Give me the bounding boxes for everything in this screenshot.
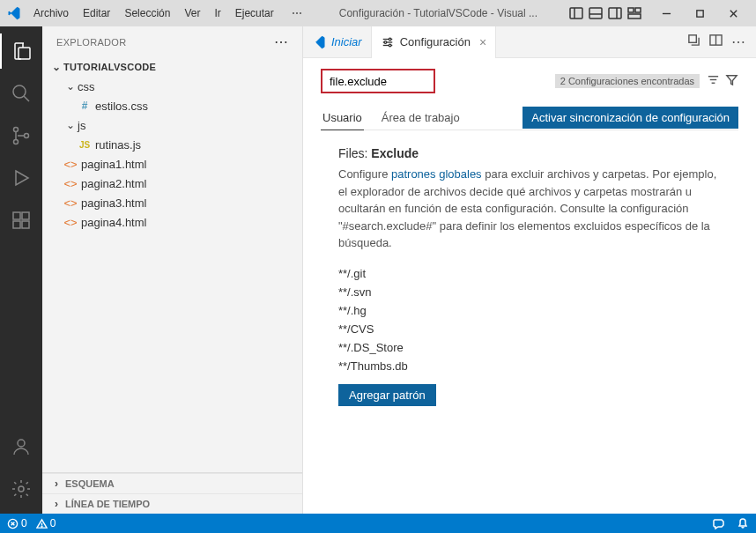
- tab-configuracion[interactable]: Configuración ×: [372, 26, 496, 58]
- svg-point-15: [14, 128, 19, 132]
- scope-workspace[interactable]: Área de trabajo: [380, 106, 462, 130]
- svg-rect-8: [628, 14, 641, 19]
- editor-area: Iniciar Configuración × ⋯ 2 Configuracio…: [303, 26, 756, 514]
- maximize-button[interactable]: [684, 1, 715, 26]
- tree-file-css[interactable]: # estilos.css: [42, 96, 302, 115]
- chevron-right-icon: ›: [49, 477, 63, 490]
- clear-filters-icon[interactable]: [707, 73, 720, 90]
- setting-name: Exclude: [371, 146, 419, 160]
- filter-icon[interactable]: [725, 73, 738, 90]
- status-errors[interactable]: 0: [7, 517, 27, 529]
- more-actions-icon[interactable]: ⋯: [731, 33, 745, 50]
- tab-actions: ⋯: [687, 33, 756, 50]
- status-warnings[interactable]: 0: [36, 517, 56, 529]
- tree-file-label: pagina3.html: [81, 196, 295, 210]
- tree-file-js[interactable]: JS rutinas.js: [42, 135, 302, 154]
- scope-user[interactable]: Usuario: [321, 106, 364, 130]
- pattern-item[interactable]: **/.svn: [338, 283, 738, 301]
- svg-point-29: [389, 44, 391, 47]
- activity-run-debug[interactable]: [0, 160, 42, 196]
- sidebar-more-icon[interactable]: ⋯: [274, 33, 288, 50]
- tree-file-html[interactable]: <> pagina2.html: [42, 174, 302, 193]
- tree-file-label: estilos.css: [95, 100, 295, 113]
- activity-source-control[interactable]: [0, 118, 42, 153]
- menu-overflow-icon[interactable]: ⋯: [286, 5, 308, 21]
- activity-search[interactable]: [0, 76, 42, 111]
- activity-settings[interactable]: [0, 471, 42, 507]
- menu-editar[interactable]: Editar: [78, 5, 115, 21]
- sidebar-title: EXPLORADOR: [56, 37, 274, 48]
- pattern-list: **/.git **/.svn **/.hg **/CVS **/.DS_Sto…: [338, 264, 738, 375]
- svg-rect-10: [696, 10, 702, 16]
- status-feedback[interactable]: [712, 517, 724, 529]
- pattern-item[interactable]: **/.hg: [338, 301, 738, 320]
- svg-line-14: [24, 96, 29, 101]
- pattern-item[interactable]: **/.git: [338, 264, 738, 283]
- status-notifications[interactable]: [737, 517, 749, 529]
- svg-rect-2: [589, 8, 602, 19]
- layout-panel-left-icon[interactable]: [569, 6, 583, 20]
- chevron-down-icon: ⌄: [63, 119, 78, 131]
- tree-file-html[interactable]: <> pagina4.html: [42, 212, 302, 232]
- tree-folder-css[interactable]: ⌄ css: [42, 77, 302, 96]
- tab-label: Configuración: [400, 35, 471, 48]
- svg-rect-4: [609, 8, 621, 19]
- close-button[interactable]: [717, 1, 749, 26]
- setting-description: Configure patrones globales para excluir…: [338, 166, 726, 252]
- svg-rect-20: [13, 221, 20, 228]
- tree-folder-js[interactable]: ⌄ js: [42, 115, 302, 135]
- layout-panel-bottom-icon[interactable]: [589, 6, 603, 20]
- search-filter-icons: [707, 73, 738, 90]
- section-label: ESQUEMA: [65, 478, 115, 489]
- tree-root[interactable]: ⌄ TUTORIALVSCODE: [42, 57, 302, 77]
- settings-body: 2 Configuraciones encontradas Usuario Ár…: [303, 58, 756, 514]
- add-pattern-button[interactable]: Agregar patrón: [338, 384, 436, 406]
- js-file-icon: JS: [78, 140, 92, 150]
- svg-point-27: [389, 38, 391, 41]
- pattern-item[interactable]: **/CVS: [338, 320, 738, 338]
- settings-search-input[interactable]: [321, 69, 435, 93]
- activity-extensions[interactable]: [0, 203, 42, 238]
- status-warning-count: 0: [50, 517, 56, 529]
- html-file-icon: <>: [63, 158, 78, 171]
- activity-explorer[interactable]: [0, 33, 42, 69]
- tree-folder-label: css: [78, 80, 295, 93]
- glob-patterns-link[interactable]: patrones globales: [391, 167, 482, 181]
- svg-rect-21: [22, 221, 29, 228]
- svg-rect-18: [13, 212, 20, 219]
- titlebar: Archivo Editar Selección Ver Ir Ejecutar…: [0, 0, 756, 26]
- layout-customize-icon[interactable]: [627, 6, 641, 20]
- tree-file-label: pagina2.html: [81, 177, 295, 190]
- pattern-item[interactable]: **/Thumbs.db: [338, 357, 738, 375]
- pattern-item[interactable]: **/.DS_Store: [338, 338, 738, 357]
- activity-bar: [0, 26, 42, 514]
- menu-archivo[interactable]: Archivo: [28, 5, 74, 21]
- open-changes-icon[interactable]: [687, 33, 700, 50]
- status-bar: 0 0: [0, 514, 756, 533]
- svg-point-17: [25, 134, 29, 138]
- svg-point-16: [14, 140, 19, 144]
- vscode-icon: [312, 35, 326, 49]
- section-timeline[interactable]: › LÍNEA DE TIEMPO: [42, 493, 302, 514]
- tree-file-html[interactable]: <> pagina3.html: [42, 193, 302, 212]
- split-editor-icon[interactable]: [709, 33, 723, 50]
- layout-panel-right-icon[interactable]: [608, 6, 622, 20]
- minimize-button[interactable]: [650, 1, 682, 26]
- tree-file-html[interactable]: <> pagina1.html: [42, 154, 302, 174]
- activity-account[interactable]: [0, 429, 42, 464]
- tab-iniciar[interactable]: Iniciar: [303, 26, 372, 58]
- menu-ver[interactable]: Ver: [179, 5, 205, 21]
- tabs-row: Iniciar Configuración × ⋯: [303, 26, 756, 58]
- layout-controls: [569, 6, 641, 20]
- svg-rect-7: [635, 8, 641, 12]
- tree-folder-label: js: [78, 119, 295, 132]
- menu-seleccion[interactable]: Selección: [119, 5, 175, 21]
- menu-ir[interactable]: Ir: [209, 5, 226, 21]
- status-error-count: 0: [21, 517, 27, 529]
- svg-point-40: [41, 526, 42, 527]
- close-icon[interactable]: ×: [479, 35, 486, 49]
- sync-settings-button[interactable]: Activar sincronización de configuración: [523, 107, 738, 129]
- settings-scope-row: Usuario Área de trabajo Activar sincroni…: [321, 106, 738, 130]
- section-outline[interactable]: › ESQUEMA: [42, 473, 302, 493]
- menu-ejecutar[interactable]: Ejecutar: [230, 5, 279, 21]
